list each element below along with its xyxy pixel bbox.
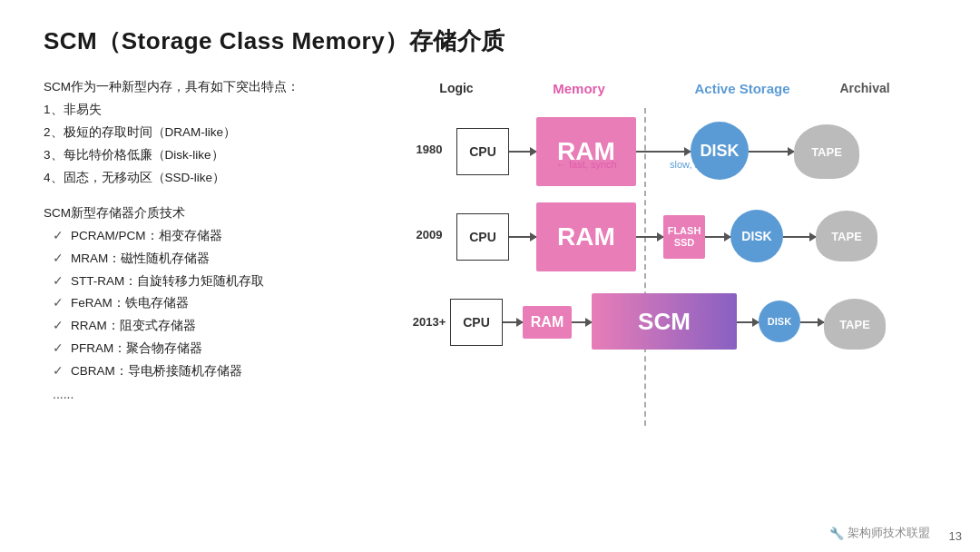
col-archival-header: Archival: [824, 81, 906, 95]
tech-section: SCM新型存储器介质技术 PCRAM/PCM：相变存储器 MRAM：磁性随机存储…: [44, 203, 379, 406]
ram-1980: RAM: [536, 117, 636, 186]
disk-1980: DISK: [691, 122, 749, 180]
list-item: STT-RAM：自旋转移力矩随机存取: [53, 271, 379, 292]
col-memory-header: Memory: [506, 81, 652, 96]
year-2013: 2013+: [407, 315, 452, 329]
year-1980: 1980: [407, 143, 452, 156]
col-logic-header: Logic: [416, 81, 497, 95]
arrow-cpu-ram-1980: [509, 151, 536, 153]
watermark-text: 架构师技术联盟: [848, 525, 930, 541]
point-1: 1、非易失: [44, 100, 379, 121]
list-item: PCRAM/PCM：相变存储器: [53, 226, 379, 247]
cpu-2009: CPU: [456, 213, 509, 261]
list-item: FeRAM：铁电存储器: [53, 293, 379, 314]
watermark: 🔧 架构师技术联盟: [829, 525, 930, 541]
left-panel: SCM作为一种新型内存，具有如下突出特点： 1、非易失 2、极短的存取时间（DR…: [44, 77, 379, 462]
page-number: 13: [949, 529, 962, 543]
arrow-ram-scm-2013: [572, 321, 592, 323]
arrow-cpu-ram-2009: [509, 236, 536, 238]
arrow-disk-tape-2013: [800, 321, 824, 323]
disk-2009: DISK: [730, 210, 783, 262]
content-area: SCM作为一种新型内存，具有如下突出特点： 1、非易失 2、极短的存取时间（DR…: [44, 77, 936, 462]
arrow-disk-tape-1980: [749, 151, 794, 153]
point-2: 2、极短的存取时间（DRAM-like）: [44, 123, 379, 143]
intro-label: SCM作为一种新型内存，具有如下突出特点：: [44, 77, 379, 98]
arrow-scm-disk-2013: [737, 321, 759, 323]
arrow-cpu-ram-2013: [503, 321, 523, 323]
ram-2009: RAM: [536, 202, 636, 271]
tape-2009: TAPE: [816, 211, 877, 261]
cpu-1980: CPU: [456, 128, 509, 175]
list-item: PFRAM：聚合物存储器: [53, 339, 379, 360]
arrow-flash-disk-2009: [705, 236, 730, 238]
list-item: CBRAM：导电桥接随机存储器: [53, 361, 379, 382]
list-item: RRAM：阻变式存储器: [53, 316, 379, 337]
speed-fast: ← fast, synch: [556, 159, 617, 170]
intro-section: SCM作为一种新型内存，具有如下突出特点： 1、非易失 2、极短的存取时间（DR…: [44, 77, 379, 189]
col-active-header: Active Storage: [670, 81, 815, 96]
arrow-ram-flash-2009: [636, 236, 663, 238]
flash-ssd-2009: FLASHSSD: [663, 215, 705, 259]
disk-2013: DISK: [759, 301, 800, 342]
scm-2013: SCM: [592, 293, 737, 350]
arrow-ram-disk-1980: [636, 151, 691, 153]
arrow-disk-tape-2009: [783, 236, 816, 238]
ram-2013: RAM: [523, 306, 572, 339]
divider-line: [644, 108, 646, 426]
tape-2013: TAPE: [824, 299, 886, 350]
section2-label: SCM新型存储器介质技术: [44, 203, 379, 224]
year-2009: 2009: [407, 228, 452, 242]
point-3: 3、每比特价格低廉（Disk-like）: [44, 145, 379, 166]
checklist: PCRAM/PCM：相变存储器 MRAM：磁性随机存储器 STT-RAM：自旋转…: [44, 226, 379, 383]
cpu-2013: CPU: [450, 299, 503, 346]
right-panel: Logic Memory Active Storage Archival 198…: [407, 77, 936, 462]
page-title: SCM（Storage Class Memory）存储介质: [44, 25, 936, 57]
ellipsis: ......: [44, 384, 379, 406]
list-item: MRAM：磁性随机存储器: [53, 249, 379, 270]
watermark-icon: 🔧: [829, 527, 844, 540]
point-4: 4、固态，无移动区（SSD-like）: [44, 168, 379, 189]
tape-1980: TAPE: [794, 124, 859, 179]
page: SCM（Storage Class Memory）存储介质 SCM作为一种新型内…: [0, 0, 980, 552]
diagram: Logic Memory Active Storage Archival 198…: [407, 81, 915, 462]
